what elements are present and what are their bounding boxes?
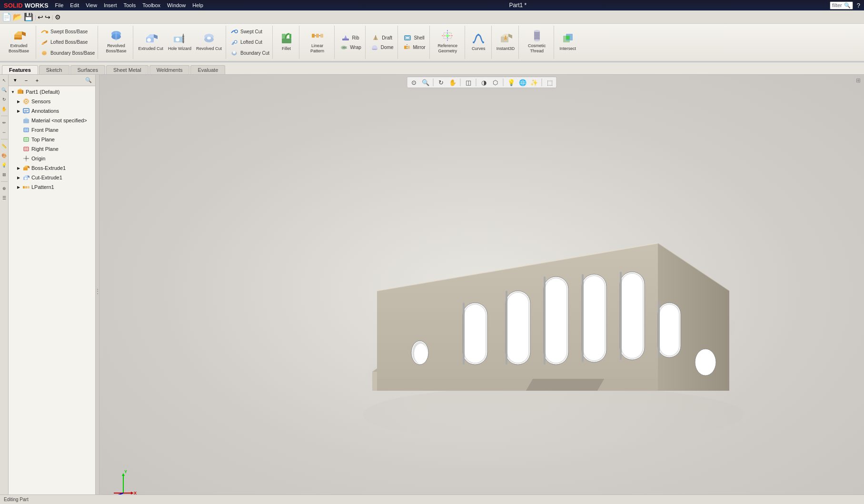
tree-item-material[interactable]: ▶ Material <not specified> [9, 116, 95, 125]
rotate-view-tool[interactable]: ↻ [0, 96, 8, 103]
new-button[interactable]: 📄 [2, 12, 11, 21]
menu-view[interactable]: View [83, 1, 100, 9]
expand-annotations[interactable]: ▶ [16, 109, 21, 113]
menu-help[interactable]: Help [189, 1, 206, 9]
boundary-cut-button[interactable]: Boundary Cut [228, 48, 271, 58]
feature-manager-search[interactable]: 🔍 [84, 76, 93, 85]
tree-item-lpattern1[interactable]: ▶ LPattern1 [9, 182, 95, 192]
tab-sheet-metal[interactable]: Sheet Metal [106, 65, 149, 74]
feature-manager-expand[interactable]: + [32, 76, 42, 85]
instant3d-group: Instant3D [493, 26, 519, 59]
pan-tool[interactable]: ✋ [0, 105, 8, 113]
cosmetic-thread-button[interactable]: Cosmetic Thread [522, 27, 552, 55]
swept-cut-button[interactable]: Swept Cut [228, 27, 271, 37]
feature-manager-collapse[interactable]: − [21, 76, 31, 85]
tab-sketch[interactable]: Sketch [39, 65, 70, 74]
reference-geometry-button[interactable]: Reference Geometry [433, 27, 463, 55]
lofted-boss-base-button[interactable]: Lofted Boss/Base [38, 38, 97, 47]
tree-item-boss-extrude1[interactable]: ▶ Boss-Extrude1 [9, 163, 95, 173]
menu-window[interactable]: Window [164, 1, 189, 9]
vp-separator4 [503, 79, 504, 86]
curves-button[interactable]: Curves [468, 27, 489, 55]
search-icon[interactable]: 🔍 [844, 2, 851, 9]
rib-button[interactable]: Rib [339, 33, 361, 42]
wrap-button[interactable]: ABC Wrap [338, 42, 363, 52]
measure-tool[interactable]: 📏 [0, 142, 8, 150]
save-button[interactable]: 💾 [24, 12, 33, 21]
revolve-group: Revolved Boss/Base [99, 26, 133, 59]
expand-sensors[interactable]: ▶ [16, 99, 21, 104]
reference-geometry-group: Reference Geometry [431, 26, 465, 59]
mirror-button[interactable]: Mirror [401, 42, 427, 52]
zoom-tool[interactable]: 🔍 [0, 86, 8, 94]
select-tool[interactable]: ↖ [0, 77, 8, 84]
tree-item-right-plane[interactable]: ▶ Right Plane [9, 144, 95, 154]
tree-item-part1[interactable]: ▼ Part1 (Default) [9, 87, 95, 97]
expand-part1[interactable]: ▼ [10, 89, 15, 94]
menu-edit[interactable]: Edit [67, 1, 82, 9]
tree-item-cut-extrude1[interactable]: ▶ Cut-Extrude1 [9, 173, 95, 182]
tab-features[interactable]: Features [2, 65, 38, 74]
shell-button[interactable]: Shell [401, 33, 426, 42]
intersect-button[interactable]: Intersect [557, 27, 578, 55]
zoom-in-button[interactable]: 🔍 [421, 78, 430, 87]
open-button[interactable]: 📂 [13, 12, 22, 21]
sketch-tool[interactable]: ✏ [0, 119, 8, 127]
view-corner-handle[interactable]: ⊞ [854, 77, 862, 84]
cut-extrude-tree-icon [22, 174, 30, 181]
rebuild-button[interactable]: ⚙ [55, 13, 61, 21]
add-ins-tool[interactable]: ⊕ [0, 185, 8, 192]
decal-tool[interactable]: ⊞ [0, 171, 8, 178]
tree-item-front-plane[interactable]: ▶ Front Plane [9, 125, 95, 135]
tab-weldments[interactable]: Weldments [149, 65, 190, 74]
expand-cut-extrude1[interactable]: ▶ [16, 175, 21, 180]
appearance-tool[interactable]: 🎨 [0, 152, 8, 159]
menu-tools[interactable]: Tools [120, 1, 139, 9]
pan-view-button[interactable]: ✋ [448, 78, 457, 87]
section-view-button[interactable]: ◫ [464, 78, 473, 87]
sidebar-resize-handle[interactable] [96, 75, 99, 504]
tree-item-sensors[interactable]: ▶ Sensors [9, 97, 95, 106]
extruded-cut-button[interactable]: Extruded Cut [136, 27, 165, 55]
expand-lpattern1[interactable]: ▶ [16, 185, 21, 189]
undo-button[interactable]: ↩ [38, 13, 43, 21]
tree-item-annotations[interactable]: ▶ Annotations [9, 106, 95, 116]
boundary-boss-base-button[interactable]: Boundary Boss/Base [38, 48, 97, 58]
swept-boss-base-button[interactable]: Swept Boss/Base [38, 27, 97, 37]
tab-evaluate[interactable]: Evaluate [190, 65, 225, 74]
revolved-cut-button[interactable]: Revolved Cut [194, 27, 224, 55]
tab-surfaces[interactable]: Surfaces [70, 65, 105, 74]
dome-button[interactable]: Dome [368, 42, 396, 52]
fillet-button[interactable]: Fillet [276, 27, 297, 55]
3d-viewport[interactable]: ⊙ 🔍 ↻ ✋ ◫ ◑ ⬡ 💡 🌐 ✨ ⬚ [99, 75, 864, 504]
svg-rect-4 [46, 31, 48, 33]
extruded-boss-base-button[interactable]: Extruded Boss/Base [4, 27, 34, 55]
help-button[interactable]: ? [857, 2, 860, 9]
menu-insert[interactable]: Insert [101, 1, 120, 9]
lofted-cut-button[interactable]: Lofted Cut [228, 38, 271, 47]
hole-wizard-button[interactable]: Hole Wizard [166, 27, 193, 55]
instant3d-button[interactable]: Instant3D [495, 27, 517, 55]
lighting-button[interactable]: 💡 [506, 78, 516, 87]
menu-file[interactable]: File [52, 1, 67, 9]
customize-tool[interactable]: ☰ [0, 194, 8, 202]
redo-button[interactable]: ↪ [45, 13, 50, 21]
feature-manager-filter[interactable]: ▾ [10, 76, 20, 85]
menu-toolbox[interactable]: Toolbox [139, 1, 163, 9]
smart-dimension[interactable]: ↔ [0, 128, 8, 136]
revolved-boss-base-button[interactable]: Revolved Boss/Base [101, 27, 131, 55]
realview-button[interactable]: ✨ [529, 78, 539, 87]
display-style-button[interactable]: ◑ [479, 78, 489, 87]
draft-button[interactable]: Draft [369, 33, 394, 42]
svg-rect-133 [544, 277, 546, 365]
view-orientation-button[interactable]: ⬡ [491, 78, 500, 87]
scene-button[interactable]: 🌐 [518, 78, 527, 87]
rotate-view-button[interactable]: ↻ [437, 78, 446, 87]
perspective-button[interactable]: ⬚ [545, 78, 555, 87]
tree-item-origin[interactable]: ▶ Origin [9, 154, 95, 163]
expand-boss-extrude1[interactable]: ▶ [16, 166, 21, 170]
tree-item-top-plane[interactable]: ▶ Top Plane [9, 135, 95, 144]
scene-tool[interactable]: 💡 [0, 161, 8, 169]
zoom-to-fit-button[interactable]: ⊙ [409, 78, 419, 87]
linear-pattern-button[interactable]: Linear Pattern [302, 27, 332, 55]
